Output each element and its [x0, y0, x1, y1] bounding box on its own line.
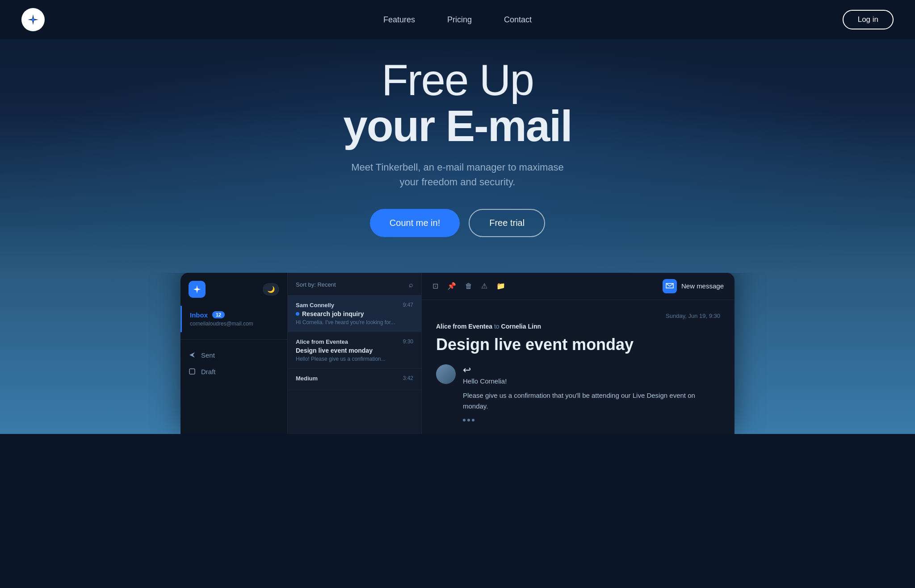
email-subject: Research job inquiry — [302, 310, 364, 317]
sort-label: Sort by: Recent — [296, 281, 336, 288]
app-preview-wrapper: 🌙 Inbox 12 cornelialoudres@mail.com Sent — [0, 273, 915, 434]
more-options[interactable] — [463, 419, 720, 421]
sidebar-logo[interactable] — [189, 281, 206, 298]
email-subject-row: Research job inquiry — [296, 310, 413, 317]
avatar-image — [436, 364, 456, 384]
email-time: 9:47 — [403, 302, 413, 308]
email-item-top: Alice from Eventea 9:30 — [296, 338, 413, 345]
sidebar-inbox-item[interactable]: Inbox 12 cornelialoudres@mail.com — [180, 306, 287, 332]
email-item-top: Medium 3:42 — [296, 375, 413, 382]
email-detail: ⊡ 📌 🗑 ⚠ 📁 New message — [422, 273, 735, 434]
nav-features[interactable]: Features — [383, 15, 415, 25]
sidebar-header: 🌙 — [180, 281, 287, 306]
email-body-row: ↩ Hello Cornelia! Please give us a confi… — [436, 364, 720, 421]
email-detail-date: Sunday, Jun 19, 9:30 — [436, 313, 720, 319]
dot — [467, 419, 470, 421]
dot — [472, 419, 474, 421]
sidebar-item-draft[interactable]: Draft — [180, 363, 287, 380]
dot — [463, 419, 466, 421]
draft-label: Draft — [201, 368, 216, 375]
hero-title: Free Up your E-mail — [343, 57, 572, 149]
email-detail-toolbar: ⊡ 📌 🗑 ⚠ 📁 New message — [422, 273, 735, 300]
pin-icon[interactable]: 📌 — [447, 282, 456, 290]
email-sender: Sam Connelly — [296, 302, 334, 309]
draft-icon — [189, 368, 196, 375]
sidebar-item-sent[interactable]: Sent — [180, 347, 287, 363]
cta-primary-button[interactable]: Count me in! — [370, 209, 460, 237]
email-item[interactable]: Alice from Eventea 9:30 Design live even… — [288, 332, 421, 369]
email-detail-content: Sunday, Jun 19, 9:30 Alice from Eventea … — [422, 300, 735, 434]
email-item[interactable]: Sam Connelly 9:47 Research job inquiry H… — [288, 296, 421, 332]
alert-icon[interactable]: ⚠ — [481, 282, 487, 290]
inbox-label: Inbox — [190, 311, 208, 319]
archive-icon[interactable]: ⊡ — [432, 282, 438, 290]
nav-links: Features Pricing Contact — [383, 15, 532, 25]
inbox-badge: 12 — [212, 311, 225, 318]
sidebar: 🌙 Inbox 12 cornelialoudres@mail.com Sent — [180, 273, 288, 434]
theme-toggle[interactable]: 🌙 — [263, 283, 279, 296]
sent-icon — [189, 351, 196, 359]
email-detail-subject: Design live event monday — [436, 335, 720, 354]
hero-subtitle: Meet Tinkerbell, an e-mail manager to ma… — [351, 160, 564, 189]
folder-icon[interactable]: 📁 — [496, 282, 505, 290]
unread-dot — [296, 312, 299, 316]
email-body-text: Hello Cornelia! Please give us a confirm… — [463, 376, 720, 412]
email-detail-from: Alice from Eventea to Cornelia Linn — [436, 323, 720, 330]
email-subject-row: Design live event monday — [296, 347, 413, 354]
logo[interactable] — [21, 8, 45, 31]
reply-icon: ↩ — [463, 364, 471, 375]
email-time: 9:30 — [403, 338, 413, 345]
sidebar-divider — [180, 339, 287, 340]
cta-secondary-button[interactable]: Free trial — [469, 209, 545, 237]
email-preview: Hello! Please give us a confirmation... — [296, 356, 413, 362]
email-time: 3:42 — [403, 375, 413, 381]
nav-pricing[interactable]: Pricing — [447, 15, 472, 25]
new-message-icon — [663, 279, 677, 293]
svg-point-0 — [32, 18, 34, 21]
email-sender: Medium — [296, 375, 318, 382]
avatar — [436, 364, 456, 384]
login-button[interactable]: Log in — [843, 10, 894, 29]
navbar: Features Pricing Contact Log in — [0, 0, 915, 39]
search-icon[interactable]: ⌕ — [409, 281, 413, 289]
nav-contact[interactable]: Contact — [504, 15, 532, 25]
hero-buttons: Count me in! Free trial — [370, 209, 545, 237]
toolbar-icons: ⊡ 📌 🗑 ⚠ 📁 — [432, 282, 505, 290]
svg-rect-1 — [189, 369, 195, 374]
new-message-label: New message — [681, 282, 724, 290]
email-preview: Hi Cornelia. I've heard you're looking f… — [296, 319, 413, 325]
email-item[interactable]: Medium 3:42 — [288, 369, 421, 390]
hero-section: Free Up your E-mail Meet Tinkerbell, an … — [0, 39, 915, 273]
sidebar-email: cornelialoudres@mail.com — [190, 321, 279, 327]
new-message-button[interactable]: New message — [663, 279, 724, 293]
email-item-top: Sam Connelly 9:47 — [296, 302, 413, 309]
email-list: Sort by: Recent ⌕ Sam Connelly 9:47 Rese… — [288, 273, 422, 434]
app-window: 🌙 Inbox 12 cornelialoudres@mail.com Sent — [180, 273, 735, 434]
email-list-header: Sort by: Recent ⌕ — [288, 273, 421, 296]
email-sender: Alice from Eventea — [296, 338, 348, 345]
sent-label: Sent — [201, 351, 215, 359]
moon-icon: 🌙 — [267, 286, 275, 293]
trash-icon[interactable]: 🗑 — [465, 282, 472, 290]
email-subject: Design live event monday — [296, 347, 373, 354]
